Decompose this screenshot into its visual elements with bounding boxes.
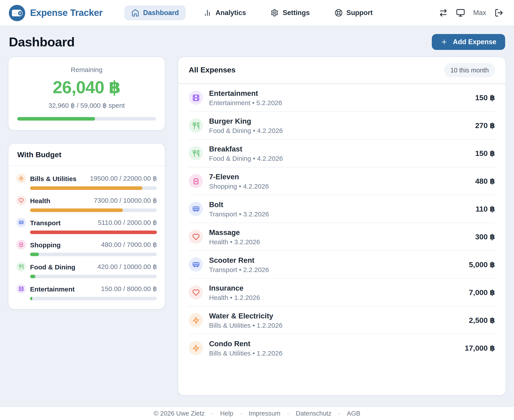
budget-row: Health 7300.00 / 10000.00 ฿ — [16, 196, 157, 212]
nav-item-label: Dashboard — [143, 9, 179, 17]
app-footer: © 2026 Uwe Zietz ·Help·Impressum·Datensc… — [0, 406, 514, 420]
expense-subtitle: Health • 1.2.2026 — [209, 293, 260, 301]
expense-row[interactable]: Scooter Rent Transport • 2.2.2026 5,000 … — [189, 251, 495, 279]
utensils-icon — [189, 146, 203, 160]
film-icon — [189, 90, 203, 105]
shopping-bag-icon — [16, 240, 26, 249]
gear-icon — [271, 9, 279, 17]
expense-title: Burger King — [209, 117, 283, 125]
expense-row[interactable]: Entertainment Entertainment • 5.2.2026 1… — [189, 84, 495, 112]
budget-list: Bills & Utilities 19500.00 / 22000.00 ฿ … — [8, 166, 165, 309]
footer-link-help[interactable]: Help — [220, 410, 233, 417]
budget-card-title: With Budget — [17, 150, 61, 159]
footer-link-impressum[interactable]: Impressum — [249, 410, 280, 417]
expense-title: 7-Eleven — [209, 172, 269, 181]
expense-amount: 17,000 ฿ — [465, 343, 495, 353]
brand[interactable]: $ Expense Tracker — [9, 5, 103, 21]
expenses-card-title: All Expenses — [189, 66, 236, 75]
budget-card: With Budget Bills & Utilities 19500.00 /… — [8, 143, 165, 310]
utensils-icon — [16, 262, 26, 272]
heart-icon — [189, 285, 203, 300]
expense-subtitle: Transport • 3.2.2026 — [209, 210, 269, 218]
monitor-icon[interactable] — [456, 8, 465, 17]
expense-subtitle: Health • 3.2.2026 — [209, 238, 260, 245]
add-expense-label: Add Expense — [453, 38, 496, 46]
home-icon — [131, 9, 139, 17]
expense-row[interactable]: Burger King Food & Dining • 4.2.2026 270… — [189, 112, 495, 140]
expense-title: Scooter Rent — [209, 256, 269, 264]
copyright: © 2026 Uwe Zietz — [153, 410, 205, 417]
nav-item-analytics[interactable]: Analytics — [196, 5, 253, 20]
shopping-bag-icon — [189, 174, 203, 188]
nav-item-label: Analytics — [215, 9, 246, 17]
expense-amount: 300 ฿ — [475, 232, 495, 241]
month-count-badge: 10 this month — [444, 63, 495, 77]
expense-title: Entertainment — [209, 89, 282, 98]
remaining-progress-fill — [17, 117, 95, 120]
log-out-icon[interactable] — [495, 8, 503, 17]
expense-title: Massage — [209, 228, 260, 237]
budget-progress-fill — [30, 186, 143, 190]
page-body: Dashboard Add Expense Remaining 26,040 ฿… — [0, 26, 514, 406]
expense-subtitle: Food & Dining • 4.2.2026 — [209, 127, 283, 134]
expense-row[interactable]: Breakfast Food & Dining • 4.2.2026 150 ฿ — [189, 140, 495, 167]
expense-row[interactable]: Massage Health • 3.2.2026 300 ฿ — [189, 223, 495, 251]
bus-icon — [189, 202, 203, 216]
expense-amount: 7,000 ฿ — [469, 288, 495, 297]
budget-row: Shopping 480.00 / 7000.00 ฿ — [16, 240, 157, 256]
budget-row: Bills & Utilities 19500.00 / 22000.00 ฿ — [16, 173, 157, 190]
bus-icon — [16, 218, 26, 227]
expense-subtitle: Food & Dining • 4.2.2026 — [209, 154, 283, 162]
budget-value: 420.00 / 10000.00 ฿ — [98, 263, 157, 271]
app-logo: $ — [9, 5, 25, 21]
nav-item-dashboard[interactable]: Dashboard — [124, 5, 186, 20]
expense-subtitle: Shopping • 4.2.2026 — [209, 182, 269, 190]
credit-card-icon: $ — [12, 9, 21, 16]
remaining-progress-track — [17, 117, 156, 120]
budget-category-label: Shopping — [30, 241, 61, 248]
budget-progress-track — [30, 186, 157, 190]
zap-icon — [189, 341, 203, 355]
header-actions: Max — [439, 8, 503, 17]
expense-title: Water & Electricity — [209, 312, 282, 320]
expense-subtitle: Entertainment • 5.2.2026 — [209, 99, 282, 106]
expense-row[interactable]: Bolt Transport • 3.2.2026 110 ฿ — [189, 195, 495, 223]
budget-value: 5110.00 / 2000.00 ฿ — [98, 219, 157, 226]
expense-amount: 150 ฿ — [475, 93, 495, 102]
budget-progress-fill — [30, 275, 35, 278]
nav-item-label: Settings — [283, 9, 310, 17]
budget-progress-track — [30, 275, 157, 278]
bar-chart-icon — [204, 9, 211, 17]
expenses-card-header: All Expenses 10 this month — [178, 57, 506, 84]
expense-amount: 2,500 ฿ — [469, 315, 495, 325]
remaining-card: Remaining 26,040 ฿ 32,960 ฿ / 59,000 ฿ s… — [8, 57, 165, 131]
budget-value: 480.00 / 7000.00 ฿ — [101, 241, 157, 249]
expense-row[interactable]: 7-Eleven Shopping • 4.2.2026 480 ฿ — [189, 167, 495, 195]
budget-value: 19500.00 / 22000.00 ฿ — [90, 174, 157, 182]
budget-progress-track — [30, 253, 157, 256]
expense-row[interactable]: Water & Electricity Bills & Utilities • … — [189, 307, 495, 334]
nav-item-support[interactable]: Support — [328, 5, 380, 20]
add-expense-button[interactable]: Add Expense — [432, 34, 505, 50]
arrow-right-left-icon[interactable] — [439, 8, 447, 17]
budget-progress-fill — [30, 231, 157, 234]
budget-category-label: Health — [30, 197, 50, 204]
expense-row[interactable]: Insurance Health • 1.2.2026 7,000 ฿ — [189, 279, 495, 307]
budget-progress-track — [30, 209, 157, 212]
expense-list: Entertainment Entertainment • 5.2.2026 1… — [178, 84, 506, 362]
nav-item-settings[interactable]: Settings — [264, 5, 317, 20]
budget-progress-fill — [30, 297, 32, 300]
budget-progress-fill — [30, 253, 39, 256]
budget-value: 7300.00 / 10000.00 ฿ — [94, 196, 157, 204]
expense-amount: 270 ฿ — [475, 121, 495, 130]
budget-row: Entertainment 150.00 / 8000.00 ฿ — [16, 284, 157, 300]
footer-link-datenschutz[interactable]: Datenschutz — [296, 410, 331, 417]
budget-category-label: Food & Dining — [30, 263, 75, 270]
app-viewport: $ Expense Tracker Dashboard Analytics Se… — [0, 0, 514, 420]
budget-row: Food & Dining 420.00 / 10000.00 ฿ — [16, 262, 157, 278]
footer-link-agb[interactable]: AGB — [347, 410, 360, 417]
expense-title: Breakfast — [209, 145, 283, 153]
expense-row[interactable]: Condo Rent Bills & Utilities • 1.2.2026 … — [189, 334, 495, 362]
main-nav: Dashboard Analytics Settings Support — [124, 0, 380, 26]
user-name: Max — [473, 9, 486, 17]
